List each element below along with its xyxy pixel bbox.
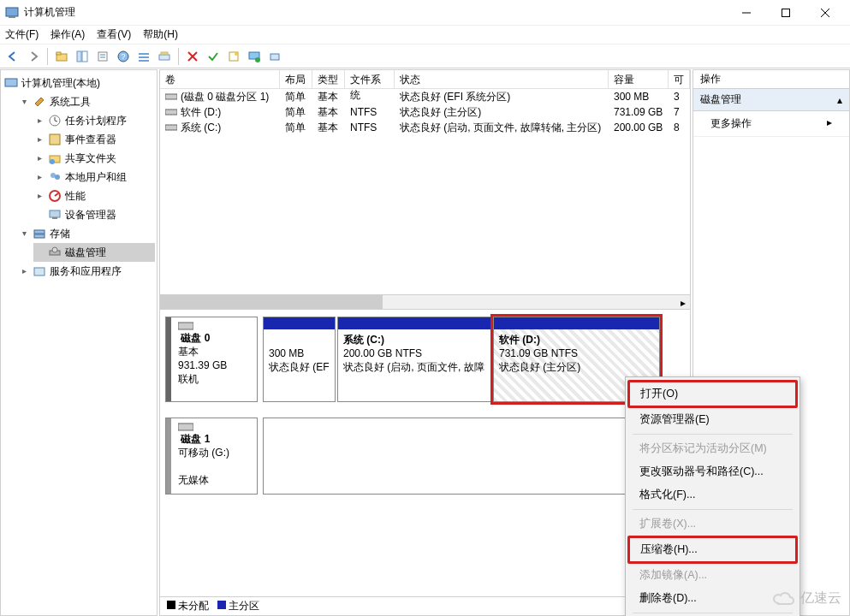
- actions-section[interactable]: 磁盘管理 ▴: [693, 89, 849, 111]
- perf-icon: [48, 189, 62, 203]
- legend-swatch-primary: [217, 601, 226, 609]
- close-button[interactable]: [805, 0, 845, 26]
- view-detail-button[interactable]: [134, 47, 153, 66]
- disk-partitions: 300 MB 状态良好 (EF 系统 (C:) 200.00 GB NTFS 状…: [263, 317, 685, 402]
- actions-section-label: 磁盘管理: [700, 92, 741, 107]
- cell: 8: [669, 121, 690, 133]
- expander-closed-icon[interactable]: ▸: [35, 116, 45, 126]
- svg-rect-39: [52, 217, 57, 219]
- menu-change-letter[interactable]: 更改驱动器号和路径(C)...: [627, 460, 798, 483]
- tree-root[interactable]: 计算机管理(本地): [3, 74, 155, 92]
- actions-more[interactable]: 更多操作 ▸: [693, 111, 849, 137]
- cell: 731.09 GB: [609, 106, 669, 118]
- menu-file[interactable]: 文件(F): [5, 27, 39, 42]
- volume-list-hscroll[interactable]: ◂ ▸: [160, 294, 690, 309]
- svg-point-43: [52, 247, 57, 252]
- menu-open[interactable]: 打开(O): [630, 382, 795, 406]
- disk-partition[interactable]: 300 MB 状态良好 (EF: [263, 317, 336, 402]
- disk-state: 联机: [178, 373, 199, 385]
- action-button[interactable]: [265, 47, 284, 66]
- expander-closed-icon[interactable]: ▸: [35, 135, 45, 145]
- svg-point-23: [235, 52, 238, 56]
- table-row[interactable]: (磁盘 0 磁盘分区 1) 简单 基本 状态良好 (EFI 系统分区) 300 …: [160, 89, 690, 104]
- menu-explorer[interactable]: 资源管理器(E): [627, 408, 798, 431]
- nav-forward-button[interactable]: [24, 47, 43, 66]
- scroll-thumb[interactable]: [160, 295, 383, 309]
- table-row[interactable]: 软件 (D:) 简单 基本 NTFS 状态良好 (主分区) 731.09 GB …: [160, 104, 690, 120]
- cell: 200.00 GB: [609, 121, 669, 133]
- svg-rect-16: [139, 56, 149, 58]
- disk-icon: [178, 422, 252, 432]
- up-button[interactable]: [52, 47, 71, 66]
- cell: 基本: [312, 121, 345, 135]
- window-title: 计算机管理: [24, 5, 727, 20]
- col-volume[interactable]: 卷: [160, 70, 280, 88]
- cell: 状态良好 (启动, 页面文件, 故障转储, 主分区): [395, 121, 609, 135]
- menu-sep: [633, 509, 793, 510]
- actions-more-label: 更多操作: [710, 116, 752, 131]
- wizard-button[interactable]: [224, 47, 243, 66]
- disk-partition-empty[interactable]: [263, 418, 683, 495]
- disk-label[interactable]: 磁盘 1 可移动 (G:) 无媒体: [165, 418, 258, 495]
- tree-device-manager[interactable]: 设备管理器: [33, 205, 155, 224]
- apply-button[interactable]: [204, 47, 223, 66]
- services-icon: [33, 264, 46, 278]
- tree-local-users[interactable]: ▸本地用户和组: [33, 168, 155, 187]
- view-list-button[interactable]: [73, 47, 92, 66]
- cell: 300 MB: [609, 91, 669, 103]
- expander-closed-icon[interactable]: ▸: [20, 267, 29, 276]
- nav-back-button[interactable]: [3, 47, 22, 66]
- menu-action[interactable]: 操作(A): [51, 27, 85, 42]
- properties-button[interactable]: [93, 47, 112, 66]
- col-type[interactable]: 类型: [312, 70, 345, 88]
- svg-rect-9: [82, 51, 87, 62]
- svg-point-33: [50, 159, 55, 164]
- expander-closed-icon[interactable]: ▸: [35, 192, 45, 201]
- tree-disk-management[interactable]: 磁盘管理: [33, 243, 155, 262]
- watermark-text: 亿速云: [800, 589, 841, 607]
- col-layout[interactable]: 布局: [280, 70, 312, 88]
- help-button[interactable]: ?: [114, 47, 133, 66]
- scan-button[interactable]: [155, 47, 174, 66]
- device-icon: [48, 208, 62, 222]
- disk-name: 磁盘 1: [181, 433, 210, 445]
- tree-event-viewer[interactable]: ▸事件查看器: [33, 130, 155, 149]
- svg-rect-40: [34, 230, 45, 234]
- delete-button[interactable]: [183, 47, 202, 66]
- cell: 基本: [312, 105, 345, 120]
- svg-rect-0: [6, 8, 18, 16]
- tree-services-apps[interactable]: ▸ 服务和应用程序: [18, 262, 155, 281]
- menu-view[interactable]: 查看(V): [97, 27, 131, 42]
- minimize-button[interactable]: [727, 0, 766, 26]
- maximize-button[interactable]: [766, 0, 805, 26]
- menu-help[interactable]: 帮助(H): [143, 27, 178, 42]
- expander-closed-icon[interactable]: ▸: [35, 154, 45, 163]
- tree-task-scheduler[interactable]: ▸任务计划程序: [33, 111, 155, 130]
- menu-shrink[interactable]: 压缩卷(H)...: [630, 538, 795, 561]
- refresh-button[interactable]: [245, 47, 264, 66]
- scroll-right-icon[interactable]: ▸: [675, 295, 690, 309]
- volume-list-header[interactable]: 卷 布局 类型 文件系统 状态 容量 可: [160, 70, 690, 89]
- svg-rect-31: [50, 134, 60, 145]
- col-capacity[interactable]: 容量: [609, 70, 669, 88]
- volume-icon: [165, 122, 177, 133]
- toolbar: ?: [0, 44, 850, 68]
- highlight-shrink: 压缩卷(H)...: [627, 536, 798, 564]
- toolbar-sep: [47, 48, 48, 65]
- menu-format[interactable]: 格式化(F)...: [627, 483, 798, 506]
- tree-storage-label: 存储: [50, 225, 70, 242]
- tree-system-tools[interactable]: ▾ 系统工具: [18, 92, 155, 111]
- table-row[interactable]: 系统 (C:) 简单 基本 NTFS 状态良好 (启动, 页面文件, 故障转储,…: [160, 120, 690, 135]
- col-fs[interactable]: 文件系统: [345, 70, 395, 88]
- col-status[interactable]: 状态: [395, 70, 609, 88]
- tree-system-tools-label: 系统工具: [50, 93, 91, 110]
- disk-label[interactable]: 磁盘 0 基本 931.39 GB 联机: [165, 317, 258, 402]
- expander-open-icon[interactable]: ▾: [20, 229, 29, 239]
- expander-open-icon[interactable]: ▾: [20, 98, 29, 107]
- col-free[interactable]: 可: [669, 70, 690, 88]
- disk-partition[interactable]: 系统 (C:) 200.00 GB NTFS 状态良好 (启动, 页面文件, 故…: [337, 317, 491, 402]
- tree-shared-folders[interactable]: ▸共享文件夹: [33, 149, 155, 168]
- expander-closed-icon[interactable]: ▸: [35, 173, 45, 182]
- tree-storage[interactable]: ▾ 存储: [18, 224, 155, 243]
- tree-performance[interactable]: ▸性能: [33, 187, 155, 205]
